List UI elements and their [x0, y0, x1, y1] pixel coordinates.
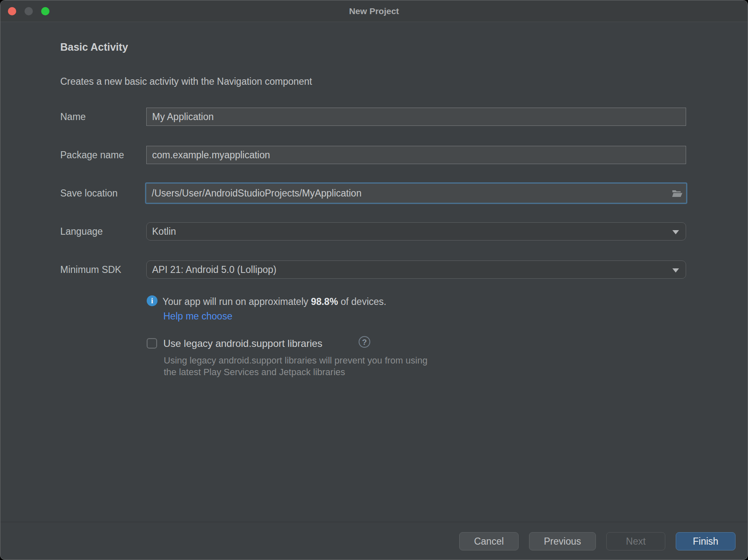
browse-folder-button[interactable] [669, 184, 686, 203]
new-project-dialog: New Project Basic Activity Creates a new… [0, 0, 748, 560]
language-label: Language [60, 222, 103, 241]
minimum-sdk-dropdown[interactable]: API 21: Android 5.0 (Lollipop) [146, 260, 686, 279]
folder-open-icon [672, 189, 683, 197]
minimum-sdk-value: API 21: Android 5.0 (Lollipop) [152, 264, 276, 275]
save-location-field [145, 182, 687, 204]
sdk-coverage-suffix: of devices. [338, 296, 386, 307]
legacy-description-line1: Using legacy android.support libraries w… [164, 355, 428, 366]
finish-button[interactable]: Finish [676, 532, 736, 550]
chevron-down-icon [672, 268, 679, 273]
name-input[interactable] [146, 108, 686, 126]
question-icon[interactable]: ? [359, 336, 370, 348]
cancel-button[interactable]: Cancel [459, 532, 519, 550]
footer-divider [0, 522, 748, 522]
package-name-input[interactable] [146, 146, 686, 164]
page-title: Basic Activity [60, 41, 128, 53]
save-location-label: Save location [60, 184, 118, 202]
language-value: Kotlin [152, 226, 176, 237]
chevron-down-icon [672, 230, 679, 234]
previous-button[interactable]: Previous [529, 532, 596, 550]
language-dropdown[interactable]: Kotlin [146, 222, 686, 241]
package-name-label: Package name [60, 146, 124, 164]
titlebar: New Project [0, 0, 748, 22]
sdk-coverage-text: Your app will run on approximately 98.8%… [162, 296, 386, 307]
help-me-choose-link[interactable]: Help me choose [163, 311, 232, 322]
page-subtitle: Creates a new basic activity with the Na… [60, 76, 312, 87]
legacy-libraries-label: Use legacy android.support libraries [163, 338, 322, 349]
name-label: Name [60, 108, 86, 126]
legacy-description-line2: the latest Play Services and Jetpack lib… [164, 367, 345, 378]
minimum-sdk-label: Minimum SDK [60, 260, 121, 279]
legacy-libraries-checkbox[interactable] [147, 338, 157, 349]
sdk-coverage-prefix: Your app will run on approximately [162, 296, 311, 307]
info-icon: i [147, 295, 157, 306]
window-title: New Project [0, 0, 748, 22]
sdk-coverage-percent: 98.8% [311, 296, 338, 307]
next-button: Next [606, 532, 665, 550]
save-location-input[interactable] [146, 184, 669, 203]
